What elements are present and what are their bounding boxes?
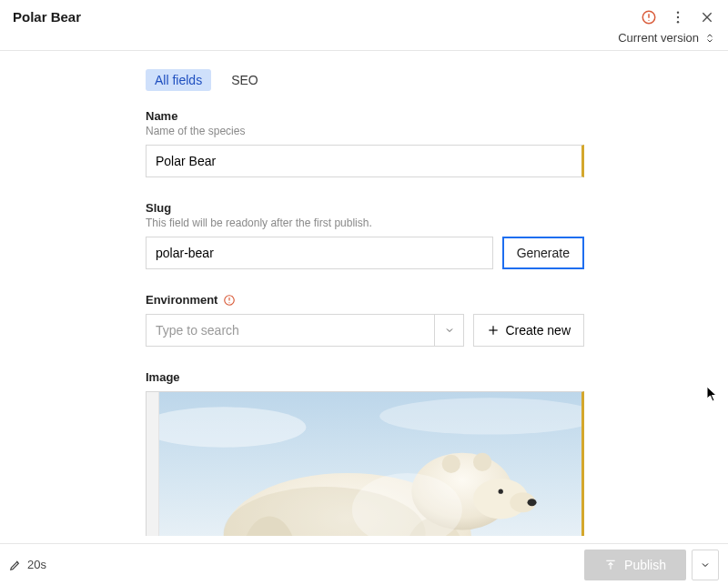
image-preview bbox=[159, 392, 581, 536]
image-label: Image bbox=[146, 370, 584, 384]
name-input[interactable] bbox=[146, 145, 584, 177]
publish-button[interactable]: Publish bbox=[584, 550, 686, 580]
svg-point-5 bbox=[677, 21, 679, 23]
slug-help: This field will be readonly after the fi… bbox=[146, 217, 584, 229]
upload-icon bbox=[604, 559, 617, 571]
svg-point-22 bbox=[527, 499, 536, 506]
environment-label: Environment bbox=[146, 293, 217, 307]
slug-input[interactable] bbox=[146, 237, 493, 269]
name-help: Name of the species bbox=[146, 125, 584, 137]
autosave-time: 20s bbox=[27, 558, 46, 571]
close-icon[interactable] bbox=[699, 9, 715, 25]
svg-point-25 bbox=[499, 489, 503, 494]
image-thumb-rail bbox=[147, 392, 159, 536]
svg-point-23 bbox=[442, 455, 460, 473]
tab-seo[interactable]: SEO bbox=[222, 69, 268, 91]
svg-point-2 bbox=[648, 20, 649, 21]
create-new-label: Create new bbox=[505, 323, 571, 338]
chevron-down-icon bbox=[444, 325, 455, 336]
svg-point-3 bbox=[677, 12, 679, 14]
tab-all-fields[interactable]: All fields bbox=[146, 69, 211, 91]
more-menu-icon[interactable] bbox=[670, 9, 686, 25]
validation-warning-icon[interactable] bbox=[641, 9, 657, 25]
publish-options-button[interactable] bbox=[692, 550, 719, 580]
pencil-icon bbox=[9, 559, 22, 571]
environment-warning-icon bbox=[223, 294, 236, 307]
version-selector[interactable]: Current version bbox=[618, 31, 715, 45]
name-label: Name bbox=[146, 109, 584, 123]
generate-slug-button[interactable]: Generate bbox=[502, 237, 584, 269]
plus-icon bbox=[487, 324, 500, 337]
sort-icon bbox=[704, 32, 715, 45]
autosave-status: 20s bbox=[9, 558, 46, 571]
field-tabs: All fields SEO bbox=[146, 69, 584, 91]
svg-point-4 bbox=[677, 16, 679, 18]
image-field[interactable] bbox=[146, 391, 584, 536]
svg-point-24 bbox=[473, 453, 491, 471]
svg-point-10 bbox=[229, 302, 230, 303]
slug-label: Slug bbox=[146, 201, 584, 215]
page-title: Polar Bear bbox=[13, 9, 81, 25]
chevron-down-icon bbox=[700, 560, 711, 570]
environment-dropdown-toggle[interactable] bbox=[434, 315, 463, 346]
publish-label: Publish bbox=[624, 558, 666, 572]
environment-search-input[interactable] bbox=[147, 315, 434, 346]
environment-combobox[interactable] bbox=[146, 314, 464, 347]
version-label: Current version bbox=[618, 31, 699, 45]
create-new-environment-button[interactable]: Create new bbox=[473, 314, 584, 347]
